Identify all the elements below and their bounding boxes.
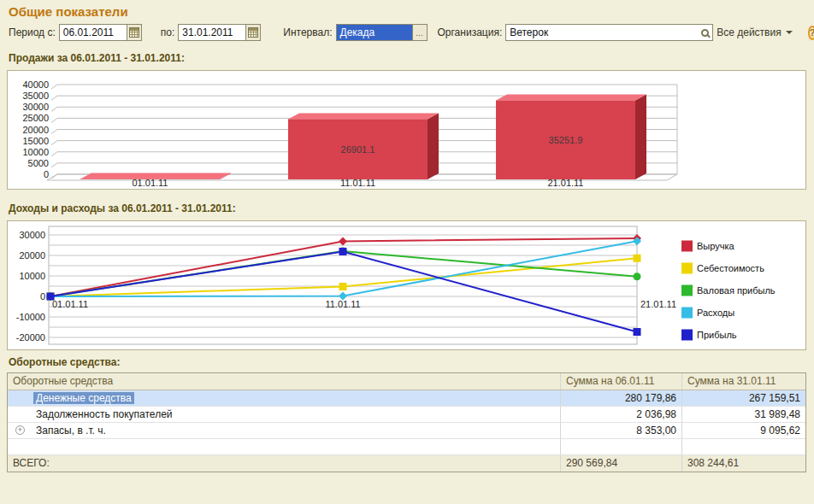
- svg-text:Валовая прибыль: Валовая прибыль: [697, 285, 776, 296]
- table-row-receivables[interactable]: Задолженность покупателей 2 036,98 31 98…: [8, 407, 805, 423]
- svg-text:-20000: -20000: [16, 332, 45, 343]
- period-to-input[interactable]: [179, 25, 245, 40]
- organization-input[interactable]: [506, 25, 698, 40]
- table-section-title: Оборотные средства:: [9, 356, 120, 368]
- sales-section-title: Продажи за 06.01.2011 - 31.01.2011:: [9, 52, 185, 64]
- toolbar: Период с: по: Интервал: Декада ... Орган…: [9, 23, 807, 42]
- row-name: Задолженность покупателей: [33, 408, 175, 420]
- table-row-cash[interactable]: Денежные средства 280 179,86 267 159,51: [8, 390, 805, 407]
- calendar-icon: [129, 27, 139, 38]
- table-header-row: Оборотные средства Сумма на 06.01.11 Сум…: [8, 373, 805, 390]
- column-header-assets[interactable]: Оборотные средства: [8, 373, 561, 390]
- interval-choose-button[interactable]: ...: [412, 25, 427, 40]
- table-row-inventory[interactable]: Запасы, в .т. ч. 8 353,00 9 095,62: [8, 423, 805, 439]
- footer-sum-start: 290 569,84: [561, 455, 682, 472]
- row-sum-start: 2 036,98: [561, 407, 682, 422]
- svg-text:Прибыль: Прибыль: [697, 330, 737, 340]
- table-footer-row: ВСЕГО: 290 569,84 308 244,61: [8, 455, 805, 472]
- svg-text:0: 0: [44, 169, 49, 179]
- svg-text:5000: 5000: [28, 158, 49, 168]
- svg-text:Себестоимость: Себестоимость: [697, 263, 764, 273]
- period-from-field: [59, 24, 142, 41]
- svg-text:Выручка: Выручка: [697, 241, 735, 251]
- interval-input[interactable]: Декада: [337, 25, 412, 40]
- svg-text:25000: 25000: [22, 113, 49, 123]
- svg-text:20000: 20000: [19, 250, 45, 261]
- footer-label: ВСЕГО:: [8, 455, 561, 472]
- sales-bar-chart-canvas: 0500010000150002000025000300003500040000…: [8, 71, 805, 189]
- sales-chart[interactable]: 0500010000150002000025000300003500040000…: [7, 70, 806, 190]
- interval-label: Интервал:: [283, 26, 332, 38]
- row-sum-end: 267 159,51: [682, 390, 805, 406]
- footer-sum-end: 308 244,61: [682, 455, 805, 472]
- svg-text:0: 0: [40, 291, 45, 302]
- period-to-calendar-button[interactable]: [245, 25, 260, 40]
- all-actions-label: Все действия: [717, 26, 781, 38]
- all-actions-button[interactable]: Все действия: [713, 25, 795, 40]
- period-to-field: [178, 24, 261, 41]
- row-sum-start: 280 179,86: [561, 390, 682, 406]
- period-from-calendar-button[interactable]: [127, 25, 141, 40]
- svg-text:40000: 40000: [22, 79, 49, 90]
- svg-text:30000: 30000: [22, 102, 49, 112]
- chevron-down-icon: [786, 31, 793, 34]
- row-sum-end: 9 095,62: [682, 423, 805, 438]
- expand-icon[interactable]: [15, 425, 25, 435]
- svg-text:11.01.11: 11.01.11: [340, 178, 375, 188]
- period-from-input[interactable]: [60, 25, 127, 40]
- column-header-sum-start[interactable]: Сумма на 06.01.11: [561, 373, 682, 390]
- general-indicators-form: Общие показатели Период с: по: Интервал:…: [0, 0, 814, 504]
- current-assets-table: Оборотные средства Сумма на 06.01.11 Сум…: [7, 372, 806, 472]
- search-icon: [701, 29, 709, 37]
- svg-text:35251.9: 35251.9: [549, 135, 583, 145]
- income-section-title: Доходы и расходы за 06.01.2011 - 31.01.2…: [9, 202, 236, 214]
- column-header-sum-end[interactable]: Сумма на 31.01.11: [682, 373, 805, 390]
- row-name: Денежные средства: [33, 392, 134, 404]
- svg-text:15000: 15000: [22, 136, 49, 146]
- table-empty-area: [8, 439, 805, 455]
- svg-text:35000: 35000: [22, 91, 49, 101]
- svg-text:20000: 20000: [22, 125, 49, 135]
- svg-text:10000: 10000: [22, 147, 49, 157]
- help-button[interactable]: ?: [808, 26, 814, 40]
- organization-field: [505, 24, 713, 41]
- row-name: Запасы, в .т. ч.: [33, 425, 109, 437]
- row-sum-end: 31 989,48: [682, 407, 805, 422]
- organization-search-button[interactable]: [698, 25, 712, 40]
- svg-text:21.01.11: 21.01.11: [547, 178, 583, 188]
- organization-label: Организация:: [438, 26, 503, 38]
- svg-text:26901.1: 26901.1: [341, 144, 375, 155]
- svg-text:10000: 10000: [19, 271, 45, 281]
- row-sum-start: 8 353,00: [561, 423, 682, 438]
- svg-text:Расходы: Расходы: [697, 308, 734, 318]
- svg-text:01.01.11: 01.01.11: [132, 178, 168, 188]
- period-from-label: Период с:: [9, 26, 56, 38]
- svg-text:01.01.11: 01.01.11: [52, 299, 88, 309]
- calendar-icon: [248, 27, 258, 38]
- interval-field: Декада ...: [336, 24, 428, 41]
- income-expenses-chart[interactable]: -20000-10000010000200003000001.01.1111.0…: [7, 220, 806, 350]
- table-body: Денежные средства 280 179,86 267 159,51 …: [8, 390, 805, 455]
- svg-text:30000: 30000: [19, 230, 45, 240]
- svg-text:21.01.11: 21.01.11: [640, 299, 676, 309]
- income-line-chart-canvas: -20000-10000010000200003000001.01.1111.0…: [8, 221, 805, 349]
- svg-text:-10000: -10000: [16, 312, 45, 322]
- period-to-label: по:: [161, 26, 175, 38]
- page-title: Общие показатели: [9, 4, 128, 19]
- svg-text:11.01.11: 11.01.11: [325, 299, 360, 309]
